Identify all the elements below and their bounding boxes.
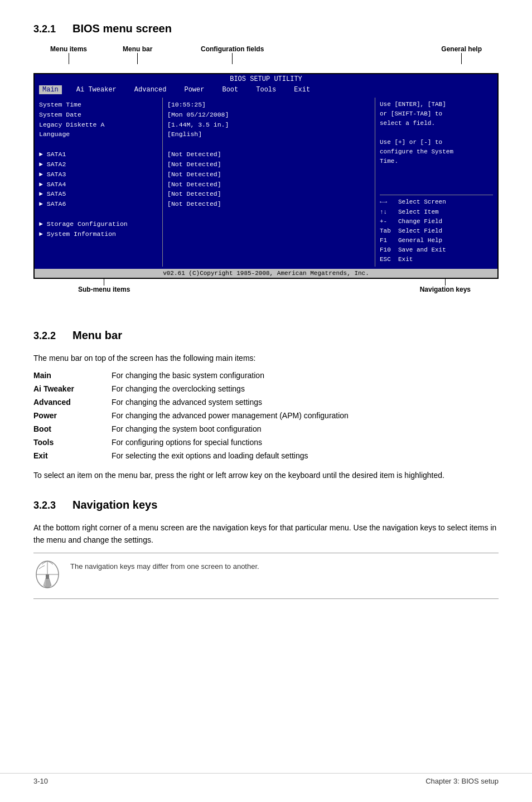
menu-row-exit: Exit For selecting the exit options and … [33,451,499,460]
bios-menu-advanced: Advanced [131,85,170,94]
section-323: 3.2.3 Navigation keys At the bottom righ… [33,499,499,600]
svg-rect-3 [46,574,49,579]
label-nav-keys: Navigation keys [420,286,471,293]
page-footer: 3-10 Chapter 3: BIOS setup [0,773,532,785]
bios-right-col: Use [ENTER], [TAB] or [SHIFT-TAB] to sel… [375,98,497,267]
bios-footer: v02.61 (C)Copyright 1985-2008, American … [35,269,497,278]
menu-bar-table: Main For changing the basic system confi… [33,371,499,460]
bios-menu-exit: Exit [291,85,313,94]
menu-row-ai-tweaker: Ai Tweaker For changing the overclocking… [33,384,499,393]
section-title-322: Menu bar [72,329,122,342]
label-general-help: General help [441,45,482,53]
section-heading-321: 3.2.1 BIOS menu screen [33,22,499,35]
note-icon [33,559,61,593]
section-heading-323: 3.2.3 Navigation keys [33,499,499,511]
section-heading-322: 3.2.2 Menu bar [33,329,499,342]
section-number-321: 3.2.1 [33,23,56,35]
bios-center-col: [10:55:25] [Mon 05/12/2008] [1.44M, 3.5 … [163,98,375,267]
bios-screen: BIOS SETUP UTILITY Main Ai Tweaker Advan… [33,73,499,279]
menu-row-power: Power For changing the advanced power ma… [33,411,499,420]
menu-row-boot: Boot For changing the system boot config… [33,424,499,433]
menu-row-tools: Tools For configuring options for specia… [33,438,499,447]
bios-menu-boot: Boot [219,85,241,94]
section-title-323: Navigation keys [72,499,157,511]
bios-menu-main: Main [39,85,62,94]
label-menu-items: Menu items [50,45,87,53]
section-321: 3.2.1 BIOS menu screen Menu items Menu b… [33,22,499,301]
pencil-icon [33,559,61,590]
section-number-323: 3.2.3 [33,500,56,511]
nav-keys-intro: At the bottom right corner of a menu scr… [33,521,499,547]
footer-right: Chapter 3: BIOS setup [425,777,499,785]
bios-diagram: Menu items Menu bar Configuration fields… [33,45,499,301]
bios-title-bar: BIOS SETUP UTILITY [35,74,497,84]
label-config-fields: Configuration fields [201,45,264,53]
section-number-322: 3.2.2 [33,330,56,342]
menu-bar-footer-text: To select an item on the menu bar, press… [33,469,499,481]
menu-row-main: Main For changing the basic system confi… [33,371,499,380]
section-322: 3.2.2 Menu bar The menu bar on top of th… [33,329,499,482]
bios-left-col: System Time System Date Legacy Diskette … [39,100,158,239]
footer-left: 3-10 [33,777,48,785]
bios-menu-ai-tweaker: Ai Tweaker [73,85,120,94]
menu-row-advanced: Advanced For changing the advanced syste… [33,398,499,407]
bios-body: System Time System Date Legacy Diskette … [35,95,497,269]
bios-menu-tools: Tools [253,85,279,94]
label-menu-bar: Menu bar [123,45,152,53]
note-text: The navigation keys may differ from one … [70,559,259,571]
section-title-321: BIOS menu screen [72,22,172,35]
label-sub-menu: Sub-menu items [78,286,130,293]
bios-menu-bar: Main Ai Tweaker Advanced Power Boot Tool… [35,84,497,95]
bios-menu-power: Power [181,85,207,94]
menu-bar-intro: The menu bar on top of the screen has th… [33,352,499,364]
note-box: The navigation keys may differ from one … [33,553,499,599]
